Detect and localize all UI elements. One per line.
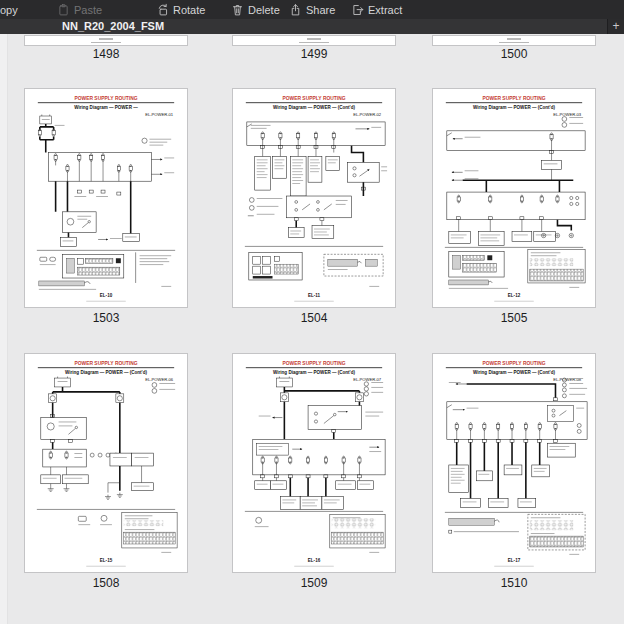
page-subtitle: Wiring Diagram — POWER —	[74, 105, 138, 110]
page-footer-code: EL-11	[308, 293, 321, 298]
document-tab[interactable]: NN_R20_2004_FSM	[62, 19, 164, 34]
wiring-diagram-art: POWER SUPPLY ROUTING Wiring Diagram — PO…	[233, 89, 395, 307]
document-tab-title: NN_R20_2004_FSM	[62, 20, 164, 32]
paste-label: Paste	[74, 4, 102, 16]
page-header-title: POWER SUPPLY ROUTING	[282, 361, 345, 366]
page-subtitle: Wiring Diagram — POWER — (Cont'd)	[273, 105, 355, 110]
extract-label: Extract	[368, 4, 402, 16]
page-thumbnail-1503[interactable]: POWER SUPPLY ROUTING Wiring Diagram — PO…	[24, 88, 188, 308]
extract-icon	[351, 3, 364, 17]
page-thumbnail-1508[interactable]: POWER SUPPLY ROUTING Wiring Diagram — PO…	[24, 353, 188, 573]
delete-icon	[231, 3, 244, 17]
page-header-title: POWER SUPPLY ROUTING	[482, 96, 545, 101]
share-icon	[289, 3, 302, 17]
page-thumbnail-1498[interactable]	[24, 35, 188, 46]
new-tab-button[interactable]: +	[607, 19, 624, 34]
page-header-title: POWER SUPPLY ROUTING	[74, 96, 137, 101]
diagram-code: EL-POWER-03	[553, 112, 582, 117]
page-number-label[interactable]: 1509	[232, 576, 396, 590]
diagram-code: EL-POWER-02	[353, 112, 382, 117]
diagram-code: EL-POWER-01	[145, 112, 174, 117]
rotate-icon	[156, 3, 169, 17]
rotate-label: Rotate	[173, 4, 205, 16]
page-thumbnail-1500[interactable]	[432, 35, 596, 46]
page-number-label[interactable]: 1504	[232, 311, 396, 325]
toolbar-button-paste[interactable]: Paste	[57, 0, 102, 19]
page-footer-code: EL-10	[100, 293, 113, 298]
page-subtitle: Wiring Diagram — POWER — (Cont'd)	[473, 105, 555, 110]
wiring-diagram-art: POWER SUPPLY ROUTING Wiring Diagram — PO…	[25, 354, 187, 572]
page-thumbnail-1509[interactable]: POWER SUPPLY ROUTING Wiring Diagram — PO…	[232, 353, 396, 573]
wiring-diagram-art: POWER SUPPLY ROUTING Wiring Diagram — PO…	[433, 354, 595, 572]
diagram-code: EL-POWER-06	[145, 377, 174, 382]
toolbar-button-rotate[interactable]: Rotate	[156, 0, 205, 19]
page-subtitle: Wiring Diagram — POWER — (Cont'd)	[65, 370, 147, 375]
canvas-edge	[0, 34, 8, 624]
wiring-diagram-art: POWER SUPPLY ROUTING Wiring Diagram — PO…	[233, 354, 395, 572]
toolbar-button-copy[interactable]: opy	[0, 0, 18, 19]
wiring-diagram-art: POWER SUPPLY ROUTING Wiring Diagram — PO…	[25, 89, 187, 307]
tab-bar: NN_R20_2004_FSM +	[0, 19, 624, 34]
page-number-label[interactable]: 1500	[432, 47, 596, 61]
page-thumbnail-1510[interactable]: POWER SUPPLY ROUTING Wiring Diagram — PO…	[432, 353, 596, 573]
toolbar-button-extract[interactable]: Extract	[351, 0, 402, 19]
paste-icon	[57, 3, 70, 17]
page-number-label[interactable]: 1508	[24, 576, 188, 590]
page-subtitle: Wiring Diagram — POWER — (Cont'd)	[473, 370, 555, 375]
diagram-code: EL-POWER-08	[553, 377, 582, 382]
page-number-label[interactable]: 1499	[232, 47, 396, 61]
toolbar-button-share[interactable]: Share	[289, 0, 335, 19]
page-footer-code: EL-15	[100, 558, 113, 563]
wiring-diagram-art: POWER SUPPLY ROUTING Wiring Diagram — PO…	[433, 89, 595, 307]
copy-label: opy	[0, 4, 18, 16]
page-header-title: POWER SUPPLY ROUTING	[282, 96, 345, 101]
page-footer-code: EL-12	[508, 293, 521, 298]
page-number-label[interactable]: 1498	[24, 47, 188, 61]
page-number-label[interactable]: 1505	[432, 311, 596, 325]
diagram-code: EL-POWER-07	[353, 377, 382, 382]
page-number-label[interactable]: 1510	[432, 576, 596, 590]
page-header-title: POWER SUPPLY ROUTING	[74, 361, 137, 366]
page-thumbnail-1505[interactable]: POWER SUPPLY ROUTING Wiring Diagram — PO…	[432, 88, 596, 308]
toolbar-button-delete[interactable]: Delete	[231, 0, 280, 19]
page-subtitle: Wiring Diagram — POWER — (Cont'd)	[273, 370, 355, 375]
thumbnail-grid: 1498 1499 1500 POWER SUPPLY ROUTING Wiri…	[0, 34, 624, 624]
share-label: Share	[306, 4, 335, 16]
page-number-label[interactable]: 1503	[24, 311, 188, 325]
page-header-title: POWER SUPPLY ROUTING	[482, 361, 545, 366]
toolbar: opy Paste Rotate Delete Share Extract	[0, 0, 624, 19]
delete-label: Delete	[248, 4, 280, 16]
page-footer-code: EL-17	[508, 558, 521, 563]
app-window: opy Paste Rotate Delete Share Extract NN…	[0, 0, 624, 624]
page-thumbnail-1499[interactable]	[232, 35, 396, 46]
page-footer-code: EL-16	[308, 558, 321, 563]
page-thumbnail-1504[interactable]: POWER SUPPLY ROUTING Wiring Diagram — PO…	[232, 88, 396, 308]
